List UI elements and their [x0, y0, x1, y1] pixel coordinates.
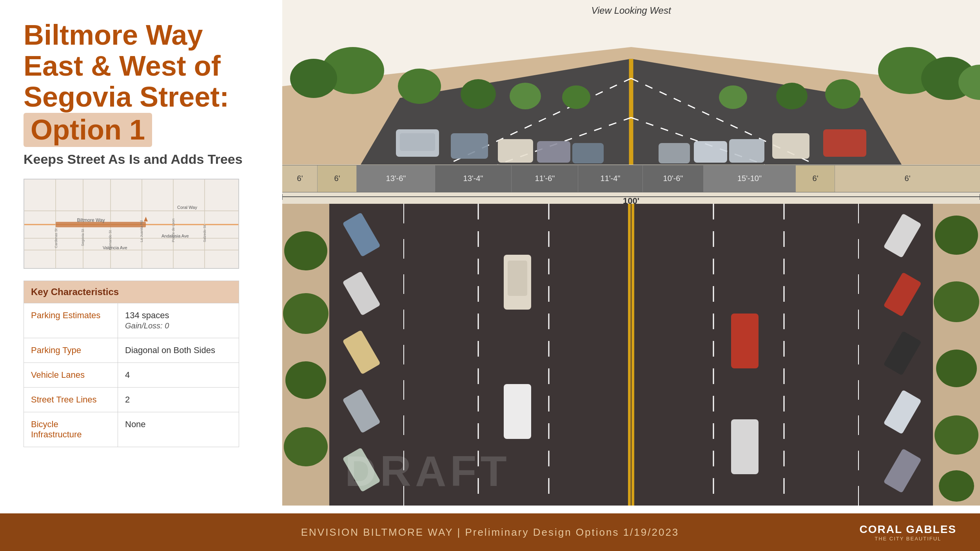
cross-section-diagram: 6' 6' 13'-6" 13'-4" 11'-6" 11'-4" — [282, 165, 980, 204]
svg-rect-55 — [659, 143, 690, 163]
svg-text:13'-6": 13'-6" — [386, 174, 406, 183]
table-header: Key Characteristics — [24, 281, 239, 303]
svg-rect-97 — [628, 204, 631, 506]
svg-rect-51 — [823, 129, 866, 157]
map-svg: Biltmore Way Coral Way Andalusia Ave Val… — [24, 179, 239, 269]
perspective-view: View Looking West — [282, 0, 980, 165]
svg-rect-50 — [572, 143, 604, 163]
svg-point-105 — [284, 231, 327, 270]
svg-point-108 — [284, 427, 328, 466]
vehicle-lanes-value: 4 — [118, 363, 239, 387]
svg-text:6': 6' — [813, 174, 818, 183]
svg-text:Salzedo St: Salzedo St — [203, 225, 207, 242]
characteristics-table: Key Characteristics Parking Estimates 13… — [24, 281, 239, 447]
svg-text:View Looking West: View Looking West — [591, 5, 671, 16]
svg-point-37 — [510, 83, 541, 109]
svg-point-43 — [776, 83, 808, 109]
footer-text: ENVISION BILTMORE WAY | Preliminary Desi… — [301, 526, 679, 538]
map-container: Biltmore Way Coral Way Andalusia Ave Val… — [24, 179, 239, 269]
svg-rect-125 — [508, 261, 527, 296]
svg-point-109 — [935, 216, 978, 255]
subtitle: Keeps Street As Is and Adds Trees — [24, 152, 243, 167]
svg-point-110 — [934, 281, 979, 322]
svg-point-38 — [562, 85, 590, 109]
svg-rect-47 — [451, 133, 488, 159]
left-panel: Biltmore Way East & West of Segovia Stre… — [0, 0, 267, 513]
table-row: Vehicle Lanes 4 — [24, 362, 239, 387]
svg-point-113 — [939, 470, 974, 502]
svg-rect-48 — [498, 139, 533, 163]
svg-point-112 — [935, 415, 978, 455]
svg-point-42 — [825, 79, 860, 109]
svg-text:Valencia Ave: Valencia Ave — [103, 245, 127, 250]
aerial-view: DRAFT — [282, 204, 980, 506]
svg-text:Hernando St: Hernando St — [108, 230, 112, 250]
svg-text:DRAFT: DRAFT — [345, 447, 511, 495]
parking-type-value: Diagonal on Both Sides — [118, 338, 239, 362]
svg-text:15'-10": 15'-10" — [737, 174, 762, 183]
gain-loss-label: Gain/Loss: 0 — [125, 321, 169, 330]
svg-text:Ponce de Leon: Ponce de Leon — [171, 218, 175, 242]
svg-point-36 — [461, 79, 496, 109]
svg-text:10'-6": 10'-6" — [663, 174, 683, 183]
svg-point-106 — [283, 293, 328, 334]
svg-rect-53 — [729, 139, 764, 163]
table-row: Bicycle Infrastructure None — [24, 412, 239, 447]
svg-text:11'-6": 11'-6" — [535, 174, 555, 183]
main-title: Biltmore Way East & West of Segovia Stre… — [24, 20, 243, 147]
parking-type-label: Parking Type — [24, 338, 118, 362]
svg-rect-126 — [504, 384, 531, 439]
svg-text:6': 6' — [905, 174, 911, 183]
svg-rect-52 — [772, 133, 809, 159]
svg-point-34 — [290, 59, 337, 98]
svg-point-111 — [936, 350, 977, 387]
svg-point-107 — [285, 361, 326, 399]
footer-logo-name: CORAL GABLES — [860, 523, 957, 536]
option-highlight: Option 1 — [24, 113, 152, 147]
svg-text:Coral Way: Coral Way — [177, 205, 197, 210]
svg-text:La Juanita Rd: La Juanita Rd — [140, 220, 143, 242]
cross-section-svg: 6' 6' 13'-6" 13'-4" 11'-6" 11'-4" — [282, 165, 980, 204]
svg-rect-54 — [694, 141, 727, 163]
svg-text:100': 100' — [623, 196, 639, 204]
svg-text:Segovia St: Segovia St — [81, 229, 85, 246]
vehicle-lanes-label: Vehicle Lanes — [24, 363, 118, 387]
aerial-svg: DRAFT — [282, 204, 980, 506]
title-line2: Segovia Street: — [24, 81, 229, 112]
svg-text:Cardenas St: Cardenas St — [54, 228, 58, 248]
svg-text:6': 6' — [297, 174, 303, 183]
street-tree-lines-value: 2 — [118, 388, 239, 412]
svg-point-35 — [398, 69, 441, 104]
footer-logo-sub: THE CITY BEAUTIFUL — [860, 536, 957, 542]
svg-text:11'-4": 11'-4" — [601, 174, 621, 183]
street-tree-lines-label: Street Tree Lines — [24, 388, 118, 412]
svg-text:6': 6' — [334, 174, 340, 183]
table-row: Parking Estimates 134 spaces Gain/Loss: … — [24, 303, 239, 338]
footer: ENVISION BILTMORE WAY | Preliminary Desi… — [0, 513, 980, 551]
bicycle-infra-value: None — [118, 412, 239, 447]
title-line1: Biltmore Way East & West of — [24, 19, 221, 82]
svg-rect-46 — [400, 133, 435, 151]
bicycle-infra-label: Bicycle Infrastructure — [24, 412, 118, 447]
svg-text:13'-4": 13'-4" — [463, 174, 483, 183]
svg-text:Biltmore Way: Biltmore Way — [77, 218, 105, 223]
svg-rect-127 — [731, 314, 759, 368]
svg-rect-128 — [731, 419, 759, 474]
parking-estimates-number: 134 spaces — [125, 310, 169, 320]
svg-point-44 — [719, 85, 747, 109]
footer-logo: CORAL GABLES THE CITY BEAUTIFUL — [860, 523, 957, 542]
right-panel: View Looking West 6' 6' 13'-6" 13'-4" — [282, 0, 980, 513]
table-row: Street Tree Lines 2 — [24, 387, 239, 412]
table-row: Parking Type Diagonal on Both Sides — [24, 338, 239, 362]
svg-rect-49 — [537, 141, 570, 163]
perspective-svg: View Looking West — [282, 0, 980, 165]
parking-estimates-label: Parking Estimates — [24, 303, 118, 338]
parking-estimates-value: 134 spaces Gain/Loss: 0 — [118, 303, 239, 338]
svg-rect-98 — [632, 204, 634, 506]
